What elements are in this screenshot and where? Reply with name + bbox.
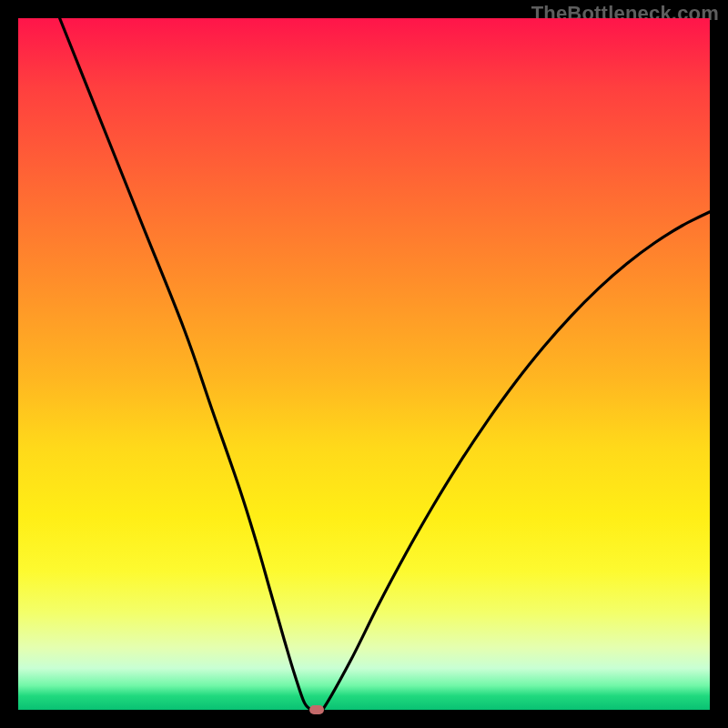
curve-svg bbox=[18, 18, 710, 710]
bottleneck-curve bbox=[60, 18, 710, 713]
plot-area bbox=[18, 18, 710, 710]
chart-frame: TheBottleneck.com bbox=[0, 0, 728, 728]
optimal-point-marker bbox=[309, 705, 324, 714]
